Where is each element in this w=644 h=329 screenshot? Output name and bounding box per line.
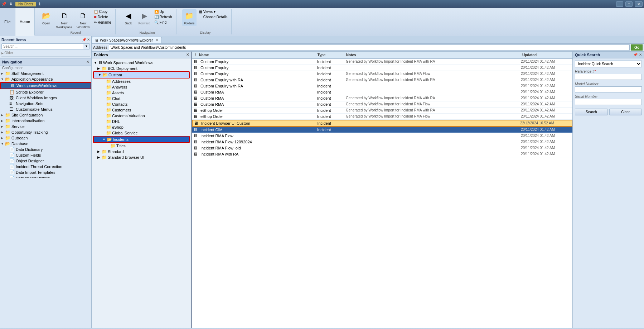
folder-customers[interactable]: 📁 Customers	[93, 107, 190, 113]
choose-details-button[interactable]: ☰ Choose Details	[198, 15, 229, 19]
copy-button[interactable]: 📋 Copy	[93, 9, 112, 14]
forward-button[interactable]: ▶ Forward	[137, 9, 152, 26]
sbui-toggle[interactable]: ▶	[97, 156, 102, 159]
nav-item-cust-menus[interactable]: ☰ Customisable Menus	[0, 106, 91, 112]
search-button[interactable]: Search	[575, 109, 608, 115]
search-dropdown-icon[interactable]: ▼	[83, 44, 89, 49]
col-header-name[interactable]: Name	[198, 52, 316, 58]
ribbon-tab-file[interactable]: File	[0, 8, 15, 36]
nav-item-data-import-templates[interactable]: 📄 Data Import Templates	[0, 170, 91, 175]
folder-incidents[interactable]: ▼ 📂 Incidents	[93, 136, 190, 143]
nav-item-incident-thread[interactable]: 📄 Incident Thread Correction	[0, 164, 91, 170]
nav-item-data-import-wizard[interactable]: 📄 Data Import Wizard	[0, 175, 91, 178]
new-workflow-button[interactable]: 🗋 NewWorkflow	[75, 9, 91, 30]
file-row-8[interactable]: 🖥 Custom RMA Incident Generated by Workf…	[192, 101, 572, 108]
file-row-13[interactable]: 🖥 Incident RMA Flow 20/11/2024 01.42 AM	[192, 133, 572, 139]
file-row-4[interactable]: 🖥 Custom Enquiry with RA Incident Genera…	[192, 77, 572, 83]
col-header-sort[interactable]: /	[193, 52, 198, 58]
nav-item-database[interactable]: ▼ 📂 Database	[0, 141, 91, 147]
up-button[interactable]: 🔼 Up	[153, 9, 173, 14]
close-button[interactable]: ✕	[635, 1, 643, 7]
folder-assets[interactable]: 📁 Assets	[93, 90, 190, 96]
qs-close-button[interactable]: ✕	[639, 53, 642, 57]
nav-item-service[interactable]: ▶ 📁 Service	[0, 124, 91, 129]
nav-toggle-intl[interactable]: ▶	[1, 119, 5, 123]
file-row-14[interactable]: 🖥 Incident RMA Flow 12092024 20/11/2024 …	[192, 139, 572, 145]
nav-item-workspaces[interactable]: 🖥 Workspaces/Workflows	[0, 82, 91, 89]
nav-item-outreach[interactable]: ▶ 📁 Outreach	[0, 135, 91, 141]
serial-number-input[interactable]	[575, 99, 642, 105]
clear-button[interactable]: Clear	[609, 109, 642, 115]
nav-item-data-dict[interactable]: 📄 Data Dictionary	[0, 147, 91, 152]
folder-chat[interactable]: 📁 Chat	[93, 96, 190, 101]
file-row-3[interactable]: 🖥 Custom Enquiry Incident Generated by W…	[192, 71, 572, 77]
folder-contacts[interactable]: 📁 Contacts	[93, 101, 190, 107]
folder-standard[interactable]: ▶ 📁 Standard	[93, 149, 190, 154]
delete-button[interactable]: ✖ Delete	[93, 15, 112, 19]
folder-global-service[interactable]: 📁 Global Service	[93, 130, 190, 136]
maximize-button[interactable]: □	[625, 1, 633, 7]
workspace-explorer-tab[interactable]: 🖥 Work Spaces/Workflows Explorer ✕	[92, 37, 162, 43]
nav-item-intl[interactable]: ▶ 📁 Internationalisation	[0, 118, 91, 124]
nav-item-site-config[interactable]: ▶ 📁 Site Configuration	[0, 112, 91, 118]
nav-item-app-appearance[interactable]: ▼ 📂 Application Appearance	[0, 76, 91, 82]
nav-item-staff-management[interactable]: ▶ 📁 Staff Management	[0, 71, 91, 76]
nav-toggle-out[interactable]: ▶	[1, 136, 5, 140]
folder-answers[interactable]: 📁 Answers	[93, 84, 190, 90]
model-number-input[interactable]	[575, 86, 642, 92]
folder-titles[interactable]: 📁 Titles	[93, 143, 190, 149]
file-row-15[interactable]: 🖥 Incident RMA Flow_old 20/11/2024 01.42…	[192, 145, 572, 151]
file-row-9[interactable]: 🖥 eShop Order Incident Generated by Work…	[192, 108, 572, 114]
bcl-toggle[interactable]: ▶	[97, 67, 102, 70]
folder-standard-browser-ui[interactable]: ▶ 📁 Standard Browser UI	[93, 154, 190, 160]
nav-toggle-sc[interactable]: ▶	[1, 113, 5, 117]
nav-toggle-staff[interactable]: ▶	[1, 72, 5, 75]
no-chats-badge[interactable]: No Chats	[15, 2, 36, 6]
quick-search-dropdown[interactable]: Incident Quick Search	[575, 61, 642, 67]
file-row-16[interactable]: 🖥 Incident RMA with RA 20/11/2024 01.42 …	[192, 151, 572, 157]
minimize-button[interactable]: −	[616, 1, 623, 7]
file-row-5[interactable]: 🖥 Custom Enquiry with RA Incident 20/11/…	[192, 83, 572, 89]
folder-dhl[interactable]: 📁 DHL	[93, 119, 190, 124]
folder-custom[interactable]: ▼ 📂 Custom	[93, 71, 190, 78]
folder-bcl[interactable]: ▶ 📁 BCL Deployment	[93, 66, 190, 71]
col-header-updated[interactable]: Updated	[521, 52, 571, 58]
open-button[interactable]: 📂 Open	[39, 9, 53, 26]
nav-toggle-opp[interactable]: ▶	[1, 130, 5, 134]
col-header-notes[interactable]: Notes	[345, 52, 521, 58]
qs-pin-button[interactable]: 📌	[633, 53, 638, 57]
nav-item-nav-sets[interactable]: ≡ Navigation Sets	[0, 101, 91, 106]
tab-close-button[interactable]: ✕	[156, 38, 159, 42]
refresh-button[interactable]: 🔄 Refresh	[153, 15, 173, 19]
file-row-10[interactable]: 🖥 eShop Order Incident Generated by Work…	[192, 114, 572, 120]
ribbon-tab-home[interactable]: Home	[15, 8, 35, 36]
nav-item-custom-fields[interactable]: 📄 Custom Fields	[0, 152, 91, 158]
nav-toggle-db[interactable]: ▼	[1, 142, 5, 146]
nav-item-object-designer[interactable]: 📄 Object Designer	[0, 158, 91, 164]
back-button[interactable]: ◀ Back	[121, 9, 136, 26]
recent-items-search-input[interactable]	[2, 44, 83, 49]
incidents-toggle[interactable]: ▼	[102, 138, 107, 141]
folder-wsw[interactable]: ▼ 🖥 Work Spaces and Workflows	[93, 60, 190, 66]
file-row-incident-browser-custom[interactable]: 🖥 Incident Browser UI Custom Incident 22…	[192, 120, 572, 127]
nav-item-opp[interactable]: ▶ 📁 Opportunity Tracking	[0, 129, 91, 135]
folders-close-button[interactable]: ✕	[186, 53, 189, 57]
file-row-7[interactable]: 🖥 Custom RMA Incident Generated by Workf…	[192, 95, 572, 101]
reference-input[interactable]	[575, 74, 642, 80]
views-button[interactable]: ▦ Views ▾	[198, 9, 229, 14]
recent-items-close-button[interactable]: ✕	[87, 38, 90, 42]
new-workspace-button[interactable]: 🗋 NewWorkspace	[55, 9, 74, 30]
file-row-incident-cim[interactable]: 🖥 Incident CIM Incident 20/11/2024 01.42…	[192, 127, 572, 133]
find-button[interactable]: 🔍 Find	[153, 20, 173, 25]
nav-toggle-app[interactable]: ▼	[1, 77, 5, 81]
folder-addresses[interactable]: 📁 Addresses	[93, 78, 190, 84]
rename-button[interactable]: ✏ Rename	[93, 20, 112, 25]
col-header-type[interactable]: Type	[316, 52, 345, 58]
recent-items-pin-button[interactable]: 📌	[82, 38, 86, 42]
nav-item-client-workflow[interactable]: 🖼 Client Workflow Images	[0, 95, 91, 101]
folders-button[interactable]: 📁 Folders	[182, 9, 197, 26]
std-toggle[interactable]: ▶	[97, 150, 102, 153]
wsw-toggle[interactable]: ▼	[94, 61, 98, 65]
file-row-2[interactable]: 🖥 Custom Enquiry Incident 20/11/2024 01.…	[192, 65, 572, 71]
file-row-1[interactable]: 🖥 Custom Enquiry Incident Generated by W…	[192, 59, 572, 65]
